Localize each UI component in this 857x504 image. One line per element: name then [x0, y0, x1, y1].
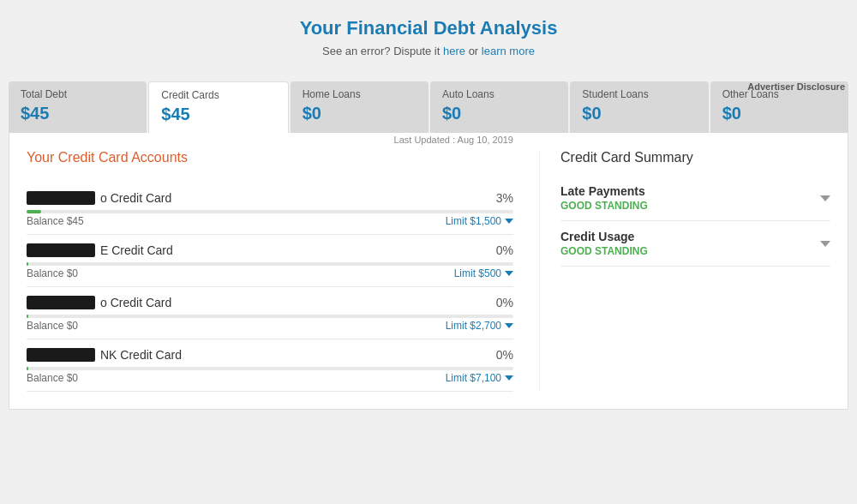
right-panel: Credit Card Summary Late Payments GOOD S… — [539, 150, 830, 392]
card-limit-3[interactable]: Limit $7,100 — [446, 372, 513, 384]
section-title-highlight: Credit Card — [58, 150, 129, 165]
card-limit-0[interactable]: Limit $1,500 — [446, 215, 513, 227]
summary-chevron-icon-1 — [820, 241, 830, 247]
card-balance-row-3: Balance $0 Limit $7,100 — [27, 372, 513, 384]
summary-item-0[interactable]: Late Payments GOOD STANDING — [560, 176, 830, 221]
card-row-0: o Credit Card 3% — [27, 191, 513, 205]
card-balance-3: Balance $0 — [27, 372, 78, 384]
page-header: Your Financial Debt Analysis See an erro… — [0, 0, 857, 69]
tab-other-loans-value: $0 — [722, 104, 836, 123]
tab-total-debt-value: $45 — [21, 104, 135, 123]
card-item-3: NK Credit Card 0% Balance $0 Limit $7,10… — [27, 339, 513, 392]
tabs-area: Advertiser Disclosure Total Debt $45 Cre… — [0, 81, 857, 133]
progress-bar-fill-2 — [27, 315, 28, 318]
summary-item-content-1: Credit Usage GOOD STANDING — [560, 230, 648, 257]
tab-credit-cards[interactable]: Credit Cards $45 — [148, 81, 288, 133]
chevron-down-icon-1 — [505, 271, 513, 276]
progress-bar-fill-3 — [27, 367, 28, 370]
tab-home-loans-value: $0 — [303, 104, 417, 123]
card-limit-text-0: Limit $1,500 — [446, 215, 501, 227]
tab-student-loans[interactable]: Student Loans $0 — [570, 81, 708, 133]
tab-auto-loans[interactable]: Auto Loans $0 — [430, 81, 568, 133]
page-title: Your Financial Debt Analysis — [17, 17, 840, 39]
card-balance-row-1: Balance $0 Limit $500 — [27, 267, 513, 279]
progress-bar-bg-0 — [27, 210, 513, 213]
card-name-2: o Credit Card — [27, 296, 171, 309]
card-name-3: NK Credit Card — [27, 348, 182, 362]
card-name-suffix-0: o Credit Card — [100, 191, 171, 205]
card-percent-1: 0% — [496, 243, 513, 257]
summary-title: Credit Card Summary — [560, 150, 830, 165]
card-percent-2: 0% — [496, 296, 513, 309]
section-header-row: Your Credit Card Accounts Last Updated :… — [27, 150, 513, 169]
card-row-3: NK Credit Card 0% — [27, 348, 513, 362]
summary-item-label-1: Credit Usage — [560, 230, 648, 243]
left-panel: Your Credit Card Accounts Last Updated :… — [27, 150, 513, 392]
card-limit-text-3: Limit $7,100 — [446, 372, 501, 384]
advertiser-disclosure: Advertiser Disclosure — [747, 81, 845, 92]
tab-auto-loans-value: $0 — [442, 104, 556, 123]
summary-chevron-icon-0 — [820, 195, 830, 201]
card-balance-0: Balance $45 — [27, 215, 84, 227]
summary-item-label-0: Late Payments — [560, 184, 648, 198]
tab-home-loans-label: Home Loans — [303, 88, 417, 100]
tab-auto-loans-label: Auto Loans — [442, 88, 556, 100]
redacted-box-0 — [27, 191, 95, 205]
card-percent-3: 0% — [496, 348, 513, 362]
card-balance-row-2: Balance $0 Limit $2,700 — [27, 320, 513, 332]
summary-item-1[interactable]: Credit Usage GOOD STANDING — [560, 221, 830, 267]
card-row-1: E Credit Card 0% — [27, 243, 513, 257]
card-item-0: o Credit Card 3% Balance $45 Limit $1,50… — [27, 183, 513, 235]
progress-bar-fill-0 — [27, 210, 41, 213]
summary-item-status-0: GOOD STANDING — [560, 200, 648, 212]
progress-bar-bg-3 — [27, 367, 513, 370]
card-limit-2[interactable]: Limit $2,700 — [446, 320, 513, 332]
tab-student-loans-label: Student Loans — [582, 88, 696, 100]
last-updated: Last Updated : Aug 10, 2019 — [394, 135, 513, 145]
progress-bar-bg-2 — [27, 315, 513, 318]
card-row-2: o Credit Card 0% — [27, 296, 513, 309]
chevron-down-icon-2 — [505, 323, 513, 328]
card-name-suffix-1: E Credit Card — [100, 243, 173, 257]
card-name-0: o Credit Card — [27, 191, 171, 205]
subtitle-or: or — [469, 45, 482, 57]
chevron-down-icon-0 — [505, 219, 513, 224]
subtitle-text: See an error? Dispute it here or learn m… — [17, 45, 840, 57]
redacted-box-3 — [27, 348, 95, 362]
tab-credit-cards-value: $45 — [161, 105, 275, 124]
progress-bar-bg-1 — [27, 262, 513, 266]
card-name-suffix-2: o Credit Card — [100, 296, 171, 309]
progress-bar-fill-1 — [27, 262, 28, 266]
tab-home-loans[interactable]: Home Loans $0 — [291, 81, 428, 133]
card-balance-2: Balance $0 — [27, 320, 78, 332]
tabs-container: Total Debt $45 Credit Cards $45 Home Loa… — [9, 81, 848, 133]
summary-item-status-1: GOOD STANDING — [560, 245, 648, 257]
card-limit-1[interactable]: Limit $500 — [454, 267, 513, 279]
tab-total-debt[interactable]: Total Debt $45 — [9, 81, 147, 133]
card-limit-text-1: Limit $500 — [454, 267, 501, 279]
card-limit-text-2: Limit $2,700 — [446, 320, 501, 332]
card-name-suffix-3: NK Credit Card — [100, 348, 182, 362]
section-title: Your Credit Card Accounts — [27, 150, 188, 165]
section-title-prefix: Your — [27, 150, 58, 165]
page-wrapper: Your Financial Debt Analysis See an erro… — [0, 0, 857, 504]
redacted-box-2 — [27, 296, 95, 309]
summary-item-content-0: Late Payments GOOD STANDING — [560, 184, 648, 212]
card-item-2: o Credit Card 0% Balance $0 Limit $2,700 — [27, 287, 513, 339]
chevron-down-icon-3 — [505, 375, 513, 381]
tab-credit-cards-label: Credit Cards — [161, 89, 275, 101]
learn-more-link[interactable]: learn more — [482, 45, 535, 57]
tab-total-debt-label: Total Debt — [21, 88, 135, 100]
card-balance-row-0: Balance $45 Limit $1,500 — [27, 215, 513, 227]
card-item-1: E Credit Card 0% Balance $0 Limit $500 — [27, 235, 513, 287]
section-title-suffix: Accounts — [129, 150, 188, 165]
redacted-box-1 — [27, 243, 95, 257]
tab-student-loans-value: $0 — [582, 104, 696, 123]
card-name-1: E Credit Card — [27, 243, 173, 257]
here-link[interactable]: here — [443, 45, 465, 57]
card-percent-0: 3% — [496, 191, 513, 205]
card-balance-1: Balance $0 — [27, 267, 78, 279]
main-content: Your Credit Card Accounts Last Updated :… — [9, 133, 848, 410]
subtitle-prefix: See an error? Dispute it — [322, 45, 440, 57]
